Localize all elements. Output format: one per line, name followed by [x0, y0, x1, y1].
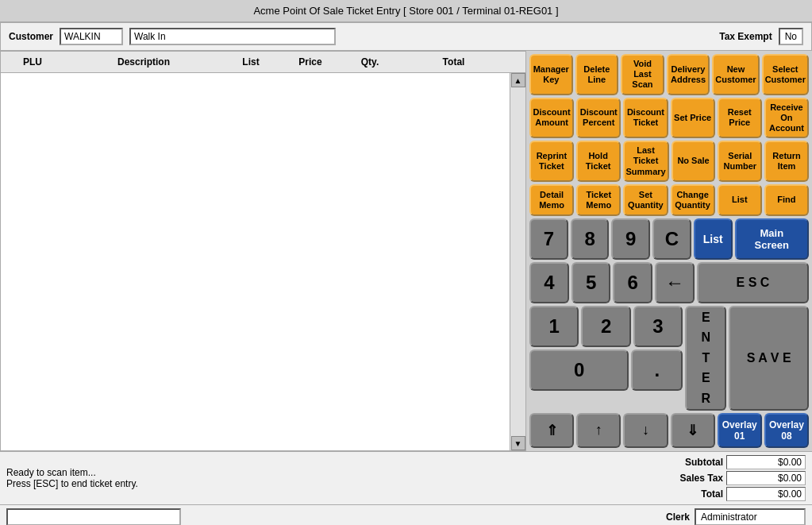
esc-button[interactable]: E S C	[697, 262, 809, 303]
discount-percent-button[interactable]: DiscountPercent	[576, 98, 621, 139]
change-quantity-button[interactable]: ChangeQuantity	[671, 184, 715, 216]
scroll-up-btn[interactable]: ▲	[511, 73, 525, 87]
list-button[interactable]: List	[694, 218, 733, 260]
list-fn-button[interactable]: List	[718, 184, 762, 216]
last-ticket-summary-button[interactable]: LastTicketSummary	[623, 141, 669, 182]
key-4[interactable]: 4	[529, 262, 569, 303]
new-customer-button[interactable]: NewCustomer	[712, 54, 759, 95]
discount-ticket-button[interactable]: DiscountTicket	[623, 98, 668, 139]
fn-row-3: ReprintTicket HoldTicket LastTicketSumma…	[529, 141, 809, 182]
fn-row-2: DiscountAmount DiscountPercent DiscountT…	[529, 98, 809, 139]
key-c[interactable]: C	[652, 218, 691, 260]
button-panel: ManagerKey DeleteLine Void LastScan Deli…	[526, 51, 812, 451]
key-8[interactable]: 8	[571, 218, 610, 260]
customer-id-field[interactable]	[60, 28, 123, 45]
scroll-placeholder	[510, 55, 525, 69]
clerk-area: Clerk	[666, 508, 806, 525]
void-last-scan-button[interactable]: Void LastScan	[621, 54, 664, 95]
tax-exempt-label: Tax Exempt	[719, 31, 772, 42]
key-dot[interactable]: .	[631, 349, 683, 391]
status-messages: Ready to scan item... Press [ESC] to end…	[0, 454, 674, 503]
arrow-row: ⇑ ↑ ↓ ⇓ Overlay01 Overlay08	[529, 413, 809, 448]
subtotal-label: Subtotal	[680, 457, 723, 468]
key-7[interactable]: 7	[529, 218, 568, 260]
clerk-label: Clerk	[666, 511, 690, 523]
no-sale-button[interactable]: No Sale	[672, 141, 716, 182]
key-backspace[interactable]: ←	[655, 262, 695, 303]
select-customer-button[interactable]: SelectCustomer	[762, 54, 809, 95]
total-value: $0.00	[726, 487, 806, 501]
ticket-body	[1, 73, 510, 450]
customer-label: Customer	[9, 31, 53, 42]
main-screen-button[interactable]: MainScreen	[735, 218, 809, 260]
col-qty: Qty.	[342, 55, 398, 69]
numpad-row-123: 1 2 3 0 . ENTER S A V E	[529, 306, 809, 411]
receive-on-account-button[interactable]: ReceiveOnAccount	[764, 98, 809, 139]
bottom-bar: Clerk	[0, 504, 812, 525]
numpad-row-789: 7 8 9 C List MainScreen	[529, 218, 809, 260]
arrow-up-button[interactable]: ↑	[576, 413, 621, 448]
key-0[interactable]: 0	[529, 349, 629, 391]
key-9[interactable]: 9	[611, 218, 650, 260]
key-2[interactable]: 2	[581, 306, 630, 347]
customer-bar: Customer Tax Exempt No	[0, 22, 812, 51]
manager-key-button[interactable]: ManagerKey	[529, 54, 573, 95]
enter-button[interactable]: ENTER	[685, 306, 726, 411]
totals-area: Subtotal $0.00 Sales Tax $0.00 Total $0.…	[674, 454, 812, 503]
col-description: Description	[64, 55, 223, 69]
key-6[interactable]: 6	[613, 262, 652, 303]
title-bar: Acme Point Of Sale Ticket Entry [ Store …	[0, 0, 812, 22]
set-price-button[interactable]: Set Price	[671, 98, 715, 139]
col-price: Price	[279, 55, 342, 69]
serial-number-button[interactable]: SerialNumber	[718, 141, 762, 182]
hold-ticket-button[interactable]: HoldTicket	[576, 141, 621, 182]
key-1[interactable]: 1	[529, 306, 579, 347]
barcode-input[interactable]	[6, 508, 181, 525]
delivery-address-button[interactable]: DeliveryAddress	[667, 54, 710, 95]
sales-tax-value: $0.00	[726, 471, 806, 485]
scroll-down-btn[interactable]: ▼	[511, 436, 525, 450]
delete-line-button[interactable]: DeleteLine	[575, 54, 619, 95]
status-bar: Ready to scan item... Press [ESC] to end…	[0, 451, 812, 504]
status-message-2: Press [ESC] to end ticket entry.	[6, 478, 668, 489]
fn-row-4: DetailMemo TicketMemo SetQuantity Change…	[529, 184, 809, 216]
key-3[interactable]: 3	[633, 306, 683, 347]
sales-tax-label: Sales Tax	[680, 473, 723, 484]
status-message-1: Ready to scan item...	[6, 467, 668, 478]
set-quantity-button[interactable]: SetQuantity	[623, 184, 668, 216]
reset-price-button[interactable]: ResetPrice	[718, 98, 762, 139]
subtotal-value: $0.00	[726, 455, 806, 469]
tax-exempt-value: No	[779, 28, 803, 45]
arrow-first-button[interactable]: ⇑	[529, 413, 574, 448]
customer-name-field[interactable]	[129, 28, 336, 45]
fn-row-1: ManagerKey DeleteLine Void LastScan Deli…	[529, 54, 809, 95]
numpad-row-456: 4 5 6 ← E S C	[529, 262, 809, 303]
detail-memo-button[interactable]: DetailMemo	[529, 184, 574, 216]
ticket-header: PLU Description List Price Qty. Total	[1, 52, 525, 73]
col-total: Total	[398, 55, 510, 69]
ticket-scrollbar[interactable]: ▲ ▼	[510, 73, 525, 450]
save-button[interactable]: S A V E	[729, 306, 809, 411]
col-list: List	[223, 55, 279, 69]
ticket-memo-button[interactable]: TicketMemo	[576, 184, 621, 216]
return-item-button[interactable]: ReturnItem	[764, 141, 809, 182]
total-label: Total	[680, 488, 723, 500]
discount-amount-button[interactable]: DiscountAmount	[529, 98, 574, 139]
arrow-last-button[interactable]: ⇓	[671, 413, 715, 448]
find-button[interactable]: Find	[764, 184, 809, 216]
overlay-01-button[interactable]: Overlay01	[718, 413, 762, 448]
overlay-08-button[interactable]: Overlay08	[764, 413, 809, 448]
reprint-ticket-button[interactable]: ReprintTicket	[529, 141, 574, 182]
clerk-field[interactable]	[695, 508, 806, 525]
arrow-down-button[interactable]: ↓	[623, 413, 668, 448]
key-5[interactable]: 5	[571, 262, 611, 303]
col-plu: PLU	[1, 55, 64, 69]
